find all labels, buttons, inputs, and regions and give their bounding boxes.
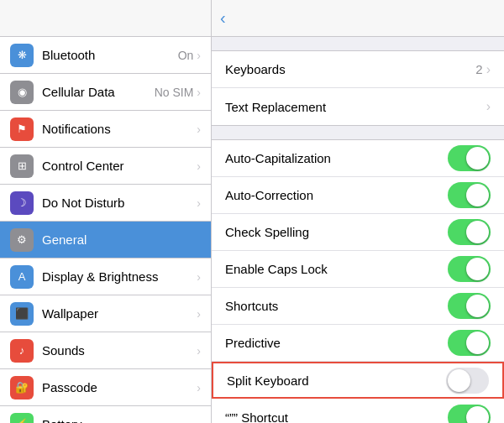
- general-icon: ⚙: [10, 228, 34, 252]
- auto-correction-label: Auto-Correction: [225, 188, 448, 202]
- cellular-value: No SIM: [155, 86, 194, 99]
- settings-row-keyboards[interactable]: Keyboards2›: [212, 51, 504, 88]
- split-keyboard-toggle[interactable]: [446, 368, 489, 394]
- control-label: Control Center: [42, 159, 193, 173]
- right-panel: ‹ Keyboards2›Text Replacement›Auto-Capit…: [212, 0, 504, 423]
- cellular-chevron-icon: ›: [197, 86, 201, 99]
- sidebar-item-passcode[interactable]: 🔐Passcode›: [0, 369, 211, 406]
- back-button[interactable]: ‹: [220, 8, 228, 28]
- left-panel: ❋BluetoothOn›◉Cellular DataNo SIM›⚑Notif…: [0, 0, 212, 423]
- keyboards-label: Keyboards: [225, 62, 475, 76]
- settings-row-text-replacement[interactable]: Text Replacement›: [212, 88, 504, 125]
- settings-group-0: Keyboards2›Text Replacement›: [212, 50, 504, 126]
- check-spelling-label: Check Spelling: [225, 225, 448, 239]
- bluetooth-icon: ❋: [10, 44, 34, 67]
- sidebar-item-display[interactable]: ADisplay & Brightness›: [0, 258, 211, 295]
- bluetooth-label: Bluetooth: [42, 48, 178, 62]
- text-replacement-chevron-icon: ›: [486, 99, 491, 114]
- sounds-label: Sounds: [42, 343, 193, 358]
- display-icon: A: [10, 265, 34, 289]
- passcode-chevron-icon: ›: [197, 381, 201, 394]
- check-spelling-toggle-thumb: [466, 221, 489, 243]
- auto-capitalization-toggle[interactable]: [448, 145, 491, 171]
- battery-chevron-icon: ›: [197, 418, 201, 424]
- sounds-icon: ♪: [10, 339, 34, 363]
- right-content: Keyboards2›Text Replacement›Auto-Capital…: [212, 37, 504, 423]
- sidebar-item-general[interactable]: ⚙General: [0, 222, 211, 258]
- split-keyboard-toggle-thumb: [448, 369, 470, 392]
- period-shortcut-label: “”” Shortcut: [225, 410, 448, 424]
- sidebar-item-battery[interactable]: ⚡Battery›: [0, 406, 211, 423]
- bluetooth-value: On: [178, 49, 194, 62]
- battery-icon: ⚡: [10, 413, 34, 424]
- keyboards-value: 2: [475, 62, 482, 76]
- sidebar-item-notifications[interactable]: ⚑Notifications›: [0, 111, 211, 148]
- sidebar-item-sounds[interactable]: ♪Sounds›: [0, 332, 211, 369]
- battery-label: Battery: [42, 417, 193, 423]
- split-keyboard-label: Split Keyboard: [227, 373, 446, 388]
- notifications-label: Notifications: [42, 122, 193, 136]
- text-replacement-label: Text Replacement: [225, 100, 486, 114]
- donotdisturb-icon: ☽: [10, 191, 34, 215]
- left-panel-title: [0, 0, 211, 37]
- sidebar-item-cellular[interactable]: ◉Cellular DataNo SIM›: [0, 74, 211, 111]
- sounds-chevron-icon: ›: [197, 344, 201, 358]
- passcode-label: Passcode: [42, 380, 193, 394]
- donotdisturb-label: Do Not Disturb: [42, 196, 193, 210]
- wallpaper-label: Wallpaper: [42, 306, 193, 321]
- sidebar-item-control[interactable]: ⊞Control Center›: [0, 148, 211, 185]
- cellular-icon: ◉: [10, 81, 34, 104]
- settings-row-auto-correction[interactable]: Auto-Correction: [212, 177, 504, 214]
- settings-row-shortcuts[interactable]: Shortcuts: [212, 288, 504, 325]
- display-chevron-icon: ›: [197, 270, 201, 284]
- wallpaper-icon: ⬛: [10, 302, 34, 326]
- sidebar-list: ❋BluetoothOn›◉Cellular DataNo SIM›⚑Notif…: [0, 37, 211, 423]
- enable-caps-lock-toggle[interactable]: [448, 256, 491, 282]
- keyboards-chevron-icon: ›: [486, 62, 491, 77]
- bluetooth-chevron-icon: ›: [197, 49, 201, 62]
- predictive-toggle[interactable]: [448, 330, 491, 356]
- auto-capitalization-label: Auto-Capitalization: [225, 151, 448, 165]
- period-shortcut-toggle[interactable]: [448, 405, 491, 424]
- auto-correction-toggle[interactable]: [448, 182, 491, 208]
- shortcuts-toggle-thumb: [466, 295, 489, 317]
- settings-row-check-spelling[interactable]: Check Spelling: [212, 214, 504, 251]
- notifications-chevron-icon: ›: [197, 123, 201, 136]
- enable-caps-lock-label: Enable Caps Lock: [225, 262, 448, 276]
- predictive-toggle-thumb: [466, 332, 489, 354]
- settings-row-split-keyboard[interactable]: Split Keyboard: [212, 362, 504, 399]
- settings-row-period-shortcut[interactable]: “”” Shortcut: [212, 399, 504, 423]
- cellular-label: Cellular Data: [42, 85, 155, 99]
- shortcuts-toggle[interactable]: [448, 293, 491, 319]
- settings-row-predictive[interactable]: Predictive: [212, 325, 504, 362]
- predictive-label: Predictive: [225, 336, 448, 350]
- period-shortcut-toggle-thumb: [466, 406, 489, 424]
- settings-row-auto-capitalization[interactable]: Auto-Capitalization: [212, 140, 504, 177]
- display-label: Display & Brightness: [42, 269, 193, 284]
- shortcuts-label: Shortcuts: [225, 299, 448, 313]
- sidebar-item-wallpaper[interactable]: ⬛Wallpaper›: [0, 295, 211, 332]
- settings-group-1: Auto-CapitalizationAuto-CorrectionCheck …: [212, 139, 504, 423]
- wallpaper-chevron-icon: ›: [197, 307, 201, 321]
- notifications-icon: ⚑: [10, 118, 34, 141]
- auto-correction-toggle-thumb: [466, 184, 489, 206]
- auto-capitalization-toggle-thumb: [466, 147, 489, 170]
- donotdisturb-chevron-icon: ›: [197, 196, 201, 210]
- sidebar-item-donotdisturb[interactable]: ☽Do Not Disturb›: [0, 185, 211, 222]
- general-label: General: [42, 232, 201, 247]
- right-header: ‹: [212, 0, 504, 37]
- check-spelling-toggle[interactable]: [448, 219, 491, 245]
- enable-caps-lock-toggle-thumb: [466, 258, 489, 280]
- settings-row-enable-caps-lock[interactable]: Enable Caps Lock: [212, 251, 504, 288]
- control-chevron-icon: ›: [197, 159, 201, 173]
- passcode-icon: 🔐: [10, 376, 34, 400]
- back-chevron-icon: ‹: [220, 8, 226, 28]
- control-icon: ⊞: [10, 154, 34, 178]
- sidebar-item-bluetooth[interactable]: ❋BluetoothOn›: [0, 37, 211, 74]
